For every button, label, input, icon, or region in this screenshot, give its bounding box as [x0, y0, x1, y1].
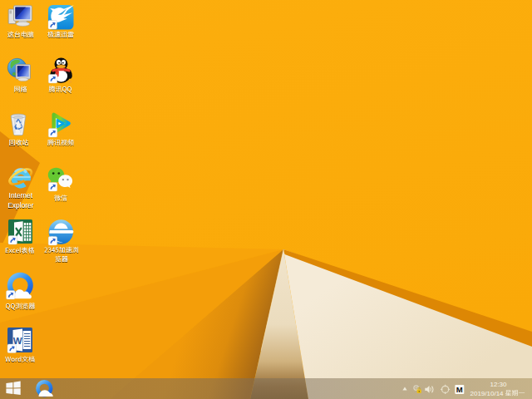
svg-text:Explorer: Explorer	[7, 201, 33, 209]
svg-text:12:30: 12:30	[490, 381, 507, 388]
svg-text:2019/10/14: 2019/10/14	[470, 390, 505, 397]
svg-text:Internet: Internet	[9, 191, 33, 200]
svg-text:M: M	[456, 385, 463, 394]
